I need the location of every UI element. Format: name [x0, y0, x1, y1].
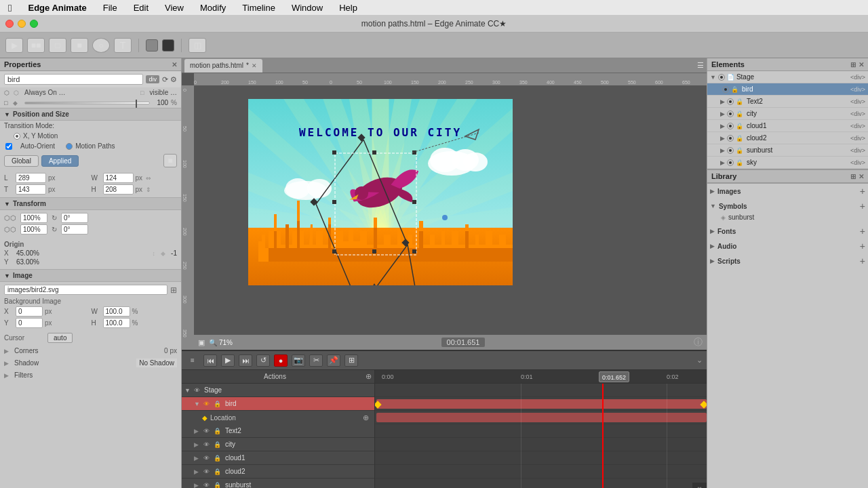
image-path-input[interactable]: [4, 285, 167, 295]
track-city-expand-icon[interactable]: ▶: [194, 441, 201, 448]
tool4[interactable]: ■: [71, 38, 88, 53]
rotate1-input[interactable]: [61, 213, 88, 223]
image-section-header[interactable]: ▼ Image: [0, 269, 181, 282]
extra-tab-btn[interactable]: ■: [163, 154, 177, 167]
track-city[interactable]: ▶ 👁 🔒 city: [182, 438, 374, 451]
track-text2-eye-icon[interactable]: 👁: [203, 428, 210, 434]
el-stage-eye-icon[interactable]: [718, 74, 725, 81]
timeline-play-btn[interactable]: ▶: [221, 354, 235, 367]
scale-y-input[interactable]: [20, 224, 47, 235]
track-cloud2[interactable]: ▶ 👁 🔒 cloud2: [182, 465, 374, 479]
el-bird-eye-icon[interactable]: [722, 86, 729, 93]
tool7[interactable]: [146, 39, 158, 52]
settings-icon[interactable]: ⚙: [170, 75, 177, 84]
close-button[interactable]: [5, 20, 14, 28]
lib-symbols-add-icon[interactable]: +: [860, 201, 865, 211]
timeline-rewind-btn[interactable]: ⏮: [203, 354, 217, 367]
menu-modify[interactable]: Modify: [197, 3, 229, 13]
tool8[interactable]: [162, 39, 174, 52]
animation-stage[interactable]: WELCOME TO OUR CITY: [248, 99, 513, 287]
zoom-control[interactable]: 🔍 71%: [209, 339, 233, 346]
track-stage[interactable]: ▼ 👁 Stage: [182, 384, 374, 397]
lib-scripts-add-icon[interactable]: +: [860, 256, 865, 266]
timeline-loop-btn[interactable]: ↺: [256, 354, 270, 367]
timeline-camera-btn[interactable]: 📷: [292, 354, 305, 367]
timeline-clip-btn[interactable]: ✂: [309, 354, 323, 367]
el-sunburst-eye-icon[interactable]: [727, 147, 734, 154]
lib-audio-add-icon[interactable]: +: [860, 241, 865, 251]
el-text2-eye-icon[interactable]: [727, 98, 734, 105]
el-cloud2-expand-icon[interactable]: ▶: [720, 135, 725, 142]
lib-symbols-header[interactable]: ▼ Symbols +: [710, 200, 865, 212]
elements-close-icon[interactable]: ✕: [859, 61, 864, 68]
h-input[interactable]: [103, 184, 134, 195]
el-sky-expand-icon[interactable]: ▶: [720, 159, 725, 166]
menu-help[interactable]: Help: [336, 3, 360, 13]
tool5[interactable]: ○: [92, 38, 110, 53]
library-expand-icon[interactable]: ⊞: [850, 173, 856, 180]
bg-x-input[interactable]: [16, 306, 43, 317]
track-text2-expand-icon[interactable]: ▶: [194, 428, 201, 434]
element-name-input[interactable]: [4, 74, 143, 85]
el-sky[interactable]: ▶ 🔒 sky <div>: [707, 157, 868, 169]
rotate2-input[interactable]: [61, 224, 88, 235]
el-cloud1[interactable]: ▶ 🔒 cloud1 <div>: [707, 120, 868, 132]
tool2[interactable]: ■■: [27, 38, 45, 53]
xy-motion-option[interactable]: X, Y Motion: [14, 132, 58, 140]
global-tab[interactable]: Global: [4, 155, 39, 167]
bg-h-input[interactable]: [103, 318, 130, 328]
motion-paths-option[interactable]: Motion Paths: [66, 142, 115, 150]
lib-images-header[interactable]: ▶ Images +: [710, 185, 865, 197]
track-bird-expand-icon[interactable]: ▼: [194, 401, 201, 407]
lib-images-add-icon[interactable]: +: [860, 186, 865, 196]
menu-edge-animate[interactable]: Edge Animate: [25, 3, 89, 13]
menu-edit[interactable]: Edit: [131, 3, 151, 13]
applied-tab[interactable]: Applied: [41, 155, 79, 167]
l-input[interactable]: [16, 173, 46, 183]
timeline-step-btn[interactable]: ⏭: [239, 354, 252, 367]
menu-window[interactable]: Window: [289, 3, 326, 13]
el-city[interactable]: ▶ 🔒 city <div>: [707, 108, 868, 120]
el-city-expand-icon[interactable]: ▶: [720, 110, 725, 117]
track-sunburst-eye-icon[interactable]: 👁: [203, 482, 210, 489]
grid-tool[interactable]: ◫: [189, 38, 206, 53]
tool6[interactable]: T: [114, 38, 132, 53]
el-sunburst-expand-icon[interactable]: ▶: [720, 147, 725, 154]
track-stage-eye-icon[interactable]: 👁: [194, 387, 200, 394]
track-cloud1-expand-icon[interactable]: ▶: [194, 455, 201, 462]
el-cloud2-eye-icon[interactable]: [727, 135, 734, 142]
transform-section[interactable]: ▼ Transform: [0, 197, 181, 210]
track-bird[interactable]: ▼ 👁 🔒 bird: [182, 397, 374, 411]
info-icon[interactable]: ⓘ: [694, 336, 703, 348]
el-cloud1-eye-icon[interactable]: [727, 123, 734, 129]
actions-settings-icon[interactable]: ⊕: [366, 372, 372, 381]
timeline-grid-btn[interactable]: ⊞: [344, 354, 358, 367]
position-size-section[interactable]: ▼ Position and Size: [0, 108, 181, 121]
el-cloud2[interactable]: ▶ 🔒 cloud2 <div>: [707, 132, 868, 144]
el-stage[interactable]: ▼ 📄 Stage <div>: [707, 71, 868, 83]
t-input[interactable]: [16, 184, 46, 195]
image-browse-icon[interactable]: ⊞: [170, 285, 177, 295]
menu-file[interactable]: File: [100, 3, 120, 13]
w-input[interactable]: [103, 173, 134, 183]
lib-audio-header[interactable]: ▶ Audio +: [710, 240, 865, 252]
track-location-settings-icon[interactable]: ⊕: [363, 413, 369, 422]
refresh-icon[interactable]: ⟳: [162, 75, 168, 84]
doc-tab-close-icon[interactable]: ✕: [252, 62, 257, 69]
bg-y-input[interactable]: [16, 318, 43, 328]
doc-panel-options-icon[interactable]: ☰: [697, 61, 704, 70]
track-cloud2-eye-icon[interactable]: 👁: [203, 468, 210, 475]
track-bird-eye-icon[interactable]: 👁: [203, 401, 210, 407]
auto-orient-checkbox[interactable]: [5, 143, 12, 150]
minimize-button[interactable]: [18, 20, 26, 28]
properties-close-icon[interactable]: ✕: [172, 61, 177, 68]
track-city-eye-icon[interactable]: 👁: [203, 441, 210, 448]
menu-timeline[interactable]: Timeline: [239, 3, 278, 13]
el-city-eye-icon[interactable]: [727, 110, 734, 117]
maximize-button[interactable]: [30, 20, 38, 28]
track-cloud1[interactable]: ▶ 👁 🔒 cloud1: [182, 451, 374, 465]
bg-w-input[interactable]: [103, 306, 130, 317]
select-tool[interactable]: ▶: [5, 38, 23, 53]
doc-tab-motion-paths[interactable]: motion paths.html * ✕: [184, 59, 262, 73]
el-bird[interactable]: 🔒 bird <div>: [707, 83, 868, 96]
